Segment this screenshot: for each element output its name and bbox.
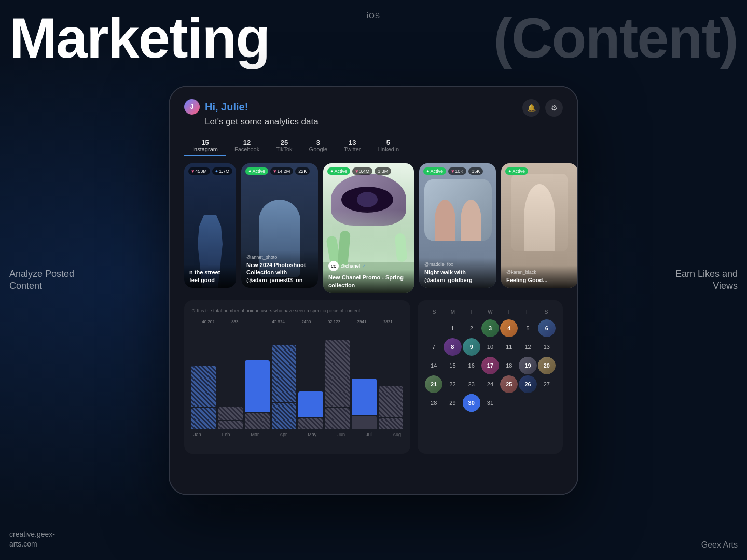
chart-area: [191, 325, 403, 429]
bar-apr-top: [272, 345, 297, 402]
badge-active-5: ● Active: [505, 167, 528, 175]
content-card-4[interactable]: ● Active ♥ 10K 35K @maddie_fox Night wal…: [419, 163, 496, 288]
cal-img-9: 9: [463, 338, 480, 356]
cal-day-24[interactable]: 24: [481, 375, 499, 393]
cal-day-6[interactable]: 6: [538, 319, 556, 337]
bar-jun-top: [325, 340, 350, 407]
cal-day-25[interactable]: 25: [500, 375, 518, 393]
chart-label-feb: Feb: [222, 432, 230, 437]
cal-day-16[interactable]: 16: [463, 357, 480, 374]
cal-day-30[interactable]: 30: [463, 394, 480, 412]
cal-day-7[interactable]: 7: [425, 338, 442, 356]
cal-day-22[interactable]: 22: [444, 375, 461, 393]
cal-day-20[interactable]: 20: [538, 357, 556, 374]
platform-tabs: 15 Instagram 12 Facebook 25 TikTok 3 Goo…: [170, 135, 577, 156]
cal-day-31[interactable]: 31: [481, 394, 499, 412]
card-badges-5: ● Active: [505, 167, 528, 175]
cal-day-19[interactable]: 19: [519, 357, 536, 374]
cal-img-20: 20: [538, 357, 556, 374]
tab-twitter[interactable]: 13 Twitter: [336, 135, 369, 156]
side-label-right: Earn Likes andViews: [675, 268, 738, 292]
content-card-2[interactable]: ● Active ♥ 14.2M 22K @annet_photo New 20…: [241, 163, 318, 288]
website-label: creative.geex-arts.com: [9, 529, 55, 550]
tab-linkedin[interactable]: 5 LinkedIn: [369, 135, 408, 156]
greeting-section: J Hi, Julie! Let's get some analytics da…: [184, 99, 319, 127]
cal-day-12[interactable]: 12: [519, 338, 536, 356]
bar-may-top: [298, 391, 323, 417]
app-container: J Hi, Julie! Let's get some analytics da…: [170, 87, 577, 494]
tab-instagram[interactable]: 15 Instagram: [184, 135, 226, 156]
notification-button[interactable]: 🔔: [522, 99, 540, 117]
bar-feb: [218, 407, 243, 429]
cal-day-8[interactable]: 8: [444, 338, 461, 356]
greeting-hi: Hi,: [205, 101, 218, 113]
card-title-5: Feeling Good...: [506, 276, 573, 284]
cal-day-2[interactable]: 2: [463, 319, 480, 337]
card-overlay-2: @annet_photo New 2024 Photoshoot Collect…: [241, 250, 318, 288]
app-header: J Hi, Julie! Let's get some analytics da…: [170, 87, 577, 135]
cal-dayname-t2: T: [500, 307, 518, 316]
cal-day-9[interactable]: 9: [463, 338, 480, 356]
analytics-info: ⊙ It is the total number of unique users…: [191, 307, 403, 314]
content-card-5[interactable]: ● Active @karen_black Feeling Good...: [501, 163, 577, 288]
cal-day-18[interactable]: 18: [500, 357, 518, 374]
cal-img-19: 19: [519, 357, 536, 374]
content-card-1[interactable]: ♥ 453M ● 1.7M n the street feel good: [184, 163, 236, 288]
cal-day-28[interactable]: 28: [425, 394, 442, 412]
cal-day-13[interactable]: 13: [538, 338, 556, 356]
avatar: J: [184, 99, 200, 115]
cal-day-27[interactable]: 27: [538, 375, 556, 393]
card-username-5: @karen_black: [506, 270, 573, 275]
cal-img-30: 30: [463, 394, 480, 412]
cal-dayname-s2: S: [537, 307, 556, 316]
tab-google[interactable]: 3 Google: [301, 135, 336, 156]
chart-label-jul: Jul: [366, 432, 372, 437]
cal-day-26[interactable]: 26: [519, 375, 536, 393]
cal-img-6: 6: [538, 319, 556, 337]
cal-img-25: 25: [500, 375, 518, 393]
card-username-4: @maddie_fox: [424, 262, 491, 267]
badge-views-2: 22K: [295, 167, 310, 175]
cal-day-11[interactable]: 11: [500, 338, 518, 356]
tab-facebook[interactable]: 12 Facebook: [226, 135, 268, 156]
chart-label-apr: Apr: [280, 432, 287, 437]
cal-day-1[interactable]: 1: [444, 319, 461, 337]
chart-labels: Jan Feb Mar Apr May Jun Jul Aug: [191, 432, 403, 437]
bar-jul-top: [352, 379, 377, 415]
badge-active-3: ● Active: [327, 167, 350, 175]
bar-may-bot: [298, 418, 323, 429]
ios-label: iOS: [367, 11, 380, 20]
card-title-1: n the street feel good: [189, 269, 231, 284]
tab-tiktok[interactable]: 25 TikTok: [268, 135, 300, 156]
cal-day-5[interactable]: 5: [519, 319, 536, 337]
tab-label: Instagram: [192, 146, 218, 152]
cal-day-4[interactable]: 4: [500, 319, 518, 337]
cal-day-23[interactable]: 23: [463, 375, 480, 393]
cal-day-15[interactable]: 15: [444, 357, 461, 374]
cal-day-21[interactable]: 21: [425, 375, 442, 393]
tab-label: Google: [309, 146, 327, 152]
bar-jul-bot: [352, 416, 377, 429]
tab-count: 13: [349, 138, 356, 146]
cal-day-14[interactable]: 14: [425, 357, 442, 374]
settings-button[interactable]: ⚙: [545, 99, 563, 117]
cal-img-17: 17: [481, 357, 499, 374]
cal-day-17[interactable]: 17: [481, 357, 499, 374]
bar-aug-top: [379, 386, 404, 417]
calendar-grid: 1 2 3 4 5 6 7 8: [425, 319, 556, 412]
cal-img-26: 26: [519, 375, 536, 393]
card-overlay-3: New Chanel Promo - Spring collection: [323, 270, 414, 293]
cal-day-3[interactable]: 3: [481, 319, 499, 337]
content-card-3[interactable]: ● Active ♥ 3.4M 1.3M CC @chanel ✓ New Ch…: [323, 163, 414, 293]
chart-label-mar: Mar: [251, 432, 259, 437]
bar-jul: [352, 379, 377, 429]
bottom-section: ⊙ It is the total number of unique users…: [170, 293, 577, 454]
cal-day-10[interactable]: 10: [481, 338, 499, 356]
card-badges-1: ♥ 453M ● 1.7M: [188, 167, 232, 175]
chart-val-4: 45 924: [272, 319, 284, 324]
cal-day-29[interactable]: 29: [444, 394, 461, 412]
cal-img-3: 3: [481, 319, 499, 337]
badge-views-3: 1.3M: [375, 167, 391, 175]
card-username-2: @annet_photo: [246, 255, 313, 260]
tab-label: Facebook: [234, 146, 259, 152]
